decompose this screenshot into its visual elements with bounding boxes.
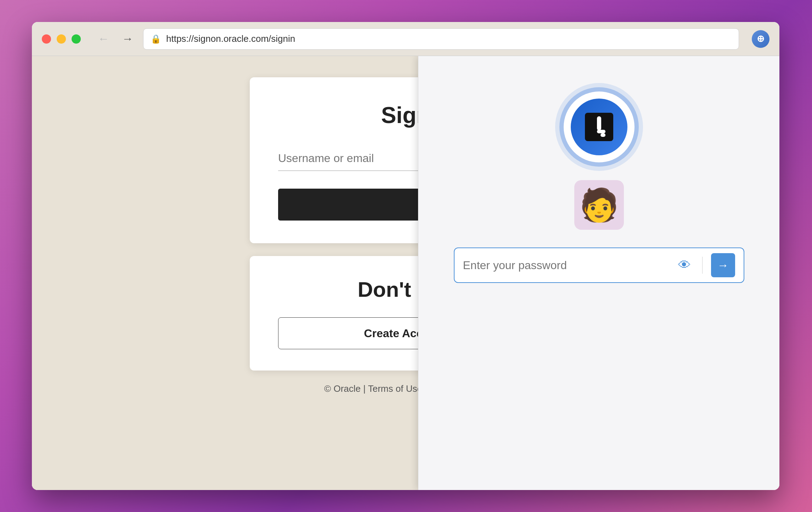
browser-content: Sign Don't hav Create Account © Oracle |… (32, 56, 779, 490)
divider (702, 257, 703, 274)
submit-password-button[interactable]: → (711, 253, 735, 277)
traffic-lights (42, 34, 81, 44)
maximize-button[interactable] (72, 34, 81, 44)
onepassword-overlay: 🧑 👁 → (418, 56, 779, 490)
lock-icon: 🔒 (151, 34, 161, 44)
extension-logo: ⊕ (757, 33, 765, 44)
minimize-button[interactable] (57, 34, 66, 44)
nav-buttons: ← → (95, 32, 136, 45)
arrow-icon: → (717, 259, 729, 272)
url-text: https://signon.oracle.com/signin (166, 33, 732, 44)
toggle-password-button[interactable]: 👁 (675, 258, 694, 273)
svg-rect-0 (597, 116, 601, 130)
avatar-emoji: 🧑 (579, 189, 619, 221)
onepassword-logo (571, 99, 627, 155)
extension-icon[interactable]: ⊕ (752, 30, 769, 48)
close-button[interactable] (42, 34, 51, 44)
onepassword-logo-inner (585, 113, 613, 141)
onepassword-icon-wrapper (564, 91, 635, 162)
onepassword-key-icon (592, 116, 606, 138)
back-button[interactable]: ← (95, 32, 112, 45)
svg-rect-2 (600, 133, 605, 137)
copyright: © Oracle (324, 383, 361, 394)
forward-button[interactable]: → (119, 32, 136, 45)
user-avatar: 🧑 (574, 180, 624, 230)
password-field-container: 👁 → (454, 247, 744, 283)
svg-rect-1 (597, 130, 605, 133)
terms-link[interactable]: Terms of Use (368, 383, 422, 394)
eye-icon: 👁 (678, 258, 691, 272)
address-bar[interactable]: 🔒 https://signon.oracle.com/signin (143, 28, 739, 50)
browser-window: ← → 🔒 https://signon.oracle.com/signin ⊕… (32, 22, 779, 490)
password-input[interactable] (463, 259, 670, 272)
title-bar: ← → 🔒 https://signon.oracle.com/signin ⊕ (32, 22, 779, 56)
footer-sep1: | (363, 383, 368, 394)
